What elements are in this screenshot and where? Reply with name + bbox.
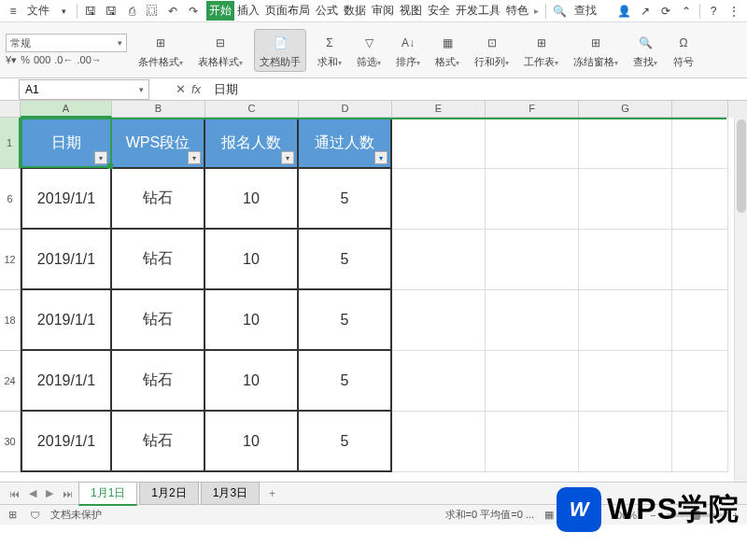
freeze-button[interactable]: ⊞ 冻结窗格▾: [570, 32, 622, 69]
number-format-select[interactable]: 常规: [6, 34, 127, 52]
cell[interactable]: [392, 169, 486, 230]
save-as-icon[interactable]: 🖫: [102, 2, 120, 21]
sheet-tab[interactable]: 1月1日: [78, 482, 137, 506]
cell[interactable]: [486, 290, 579, 351]
undo-icon[interactable]: ↶: [163, 2, 182, 21]
cell[interactable]: [672, 230, 728, 290]
col-header[interactable]: B: [112, 101, 205, 118]
cell[interactable]: 10: [205, 412, 299, 472]
cell[interactable]: 2019/1/1: [21, 230, 112, 290]
user-icon[interactable]: 👤: [614, 2, 634, 21]
menu-icon[interactable]: ≡: [4, 2, 22, 21]
cancel-fx-icon[interactable]: ✕: [176, 82, 186, 96]
cell[interactable]: [579, 290, 672, 351]
dec-decimal-icon[interactable]: .00→: [77, 54, 101, 66]
row-header[interactable]: 1: [0, 118, 21, 169]
filter-dropdown-icon[interactable]: ▾: [188, 151, 201, 164]
share-icon[interactable]: ↗: [636, 2, 655, 21]
zoom-slider[interactable]: [667, 513, 723, 517]
worksheet-button[interactable]: ⊞ 工作表▾: [520, 32, 562, 69]
tab-view[interactable]: 视图: [397, 1, 425, 21]
cell[interactable]: [486, 351, 579, 412]
cell[interactable]: 5: [299, 169, 392, 230]
tab-start[interactable]: 开始: [206, 1, 234, 21]
header-cell[interactable]: WPS段位▾: [112, 118, 205, 169]
file-dropdown-icon[interactable]: ▾: [54, 2, 73, 21]
tab-data[interactable]: 数据: [341, 1, 369, 21]
cell[interactable]: 5: [299, 290, 392, 351]
tab-security[interactable]: 安全: [425, 1, 453, 21]
tab-special[interactable]: 特色: [503, 1, 531, 21]
cell[interactable]: [486, 169, 579, 230]
cell[interactable]: 10: [205, 351, 299, 412]
tab-devtools[interactable]: 开发工具: [453, 1, 503, 21]
cell[interactable]: 5: [299, 412, 392, 472]
cell[interactable]: [392, 412, 486, 472]
header-cell[interactable]: 日期▾: [21, 118, 112, 169]
sheet-nav-first-icon[interactable]: ⏮: [6, 488, 23, 499]
zoom-in-icon[interactable]: +: [730, 510, 741, 521]
cell[interactable]: [392, 230, 486, 290]
redo-icon[interactable]: ↷: [184, 2, 203, 21]
cell[interactable]: [392, 118, 486, 169]
find-button[interactable]: 🔍 查找▾: [629, 32, 661, 69]
protect-icon[interactable]: 🛡: [27, 510, 43, 521]
add-sheet-button[interactable]: +: [261, 487, 283, 500]
cell[interactable]: 10: [205, 290, 299, 351]
mode-icon[interactable]: ⊞: [6, 509, 20, 521]
cell[interactable]: 钻石: [112, 290, 205, 351]
vertical-scrollbar[interactable]: [734, 118, 747, 482]
filter-button[interactable]: ▽ 筛选▾: [353, 32, 385, 69]
conditional-format-button[interactable]: ⊞ 条件格式▾: [134, 32, 187, 69]
cell[interactable]: 5: [299, 230, 392, 290]
print-icon[interactable]: ⎙: [122, 2, 141, 21]
sheet-nav-prev-icon[interactable]: ◀: [25, 487, 40, 499]
inc-decimal-icon[interactable]: .0←: [54, 54, 73, 66]
cell[interactable]: 10: [205, 230, 299, 290]
col-header[interactable]: C: [205, 101, 299, 118]
cell[interactable]: [579, 230, 672, 290]
cell[interactable]: 5: [299, 351, 392, 412]
col-header[interactable]: A: [21, 101, 112, 118]
view-normal-icon[interactable]: ▦: [542, 509, 557, 521]
cell[interactable]: [579, 169, 672, 230]
cell[interactable]: [392, 351, 486, 412]
table-style-button[interactable]: ⊟ 表格样式▾: [194, 32, 247, 69]
cell[interactable]: [392, 290, 486, 351]
cell[interactable]: [579, 118, 672, 169]
thousands-icon[interactable]: 000: [34, 54, 50, 66]
header-cell[interactable]: 报名人数▾: [205, 118, 299, 169]
tab-more-icon[interactable]: ▸: [531, 4, 542, 18]
rowcol-button[interactable]: ⊡ 行和列▾: [471, 32, 513, 69]
filter-dropdown-icon[interactable]: ▾: [281, 151, 294, 164]
sheet-nav-next-icon[interactable]: ▶: [42, 487, 57, 499]
cell-reference-input[interactable]: A1: [19, 79, 149, 100]
zoom-thumb[interactable]: [693, 511, 700, 520]
cell[interactable]: [486, 118, 579, 169]
cell[interactable]: [672, 290, 728, 351]
zoom-label[interactable]: 100%: [608, 510, 640, 521]
tab-pagelayout[interactable]: 页面布局: [262, 1, 313, 21]
col-header[interactable]: [672, 101, 728, 118]
row-header[interactable]: 12: [0, 230, 21, 290]
sheet-nav-last-icon[interactable]: ⏭: [59, 488, 77, 499]
cell[interactable]: 2019/1/1: [21, 290, 112, 351]
row-header[interactable]: 24: [0, 351, 21, 412]
view-layout-icon[interactable]: ⊞: [564, 509, 578, 521]
tab-review[interactable]: 审阅: [369, 1, 397, 21]
row-header[interactable]: 30: [0, 412, 21, 472]
min-ribbon-icon[interactable]: ⌃: [677, 2, 696, 21]
search-icon[interactable]: 🔍: [550, 2, 570, 21]
col-header[interactable]: F: [486, 101, 579, 118]
sum-button[interactable]: Σ 求和▾: [314, 32, 345, 69]
symbol-button[interactable]: Ω 符号: [669, 32, 698, 69]
scrollbar-thumb[interactable]: [737, 119, 746, 213]
row-header[interactable]: 18: [0, 290, 21, 351]
more-icon[interactable]: ⋮: [725, 2, 743, 21]
tab-insert[interactable]: 插入: [234, 1, 262, 21]
cell[interactable]: [579, 351, 672, 412]
zoom-out-icon[interactable]: −: [647, 510, 658, 521]
row-header[interactable]: 6: [0, 169, 21, 230]
format-button[interactable]: ▦ 格式▾: [431, 32, 463, 69]
col-header[interactable]: E: [392, 101, 486, 118]
